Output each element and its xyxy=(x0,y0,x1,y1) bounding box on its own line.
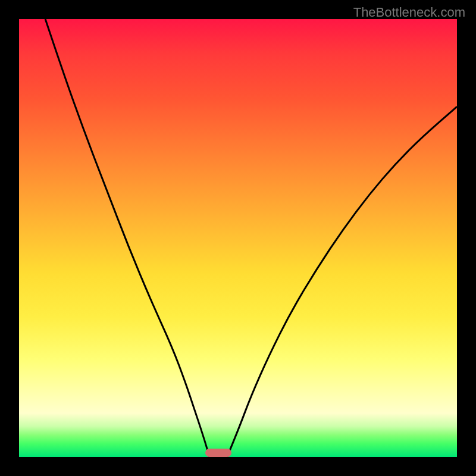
bottleneck-marker xyxy=(205,449,231,457)
chart-plot-area xyxy=(19,19,457,457)
right-curve-path xyxy=(227,107,457,457)
watermark-text: TheBottleneck.com xyxy=(353,5,465,20)
chart-curves-svg xyxy=(19,19,457,457)
left-curve-path xyxy=(45,19,209,457)
